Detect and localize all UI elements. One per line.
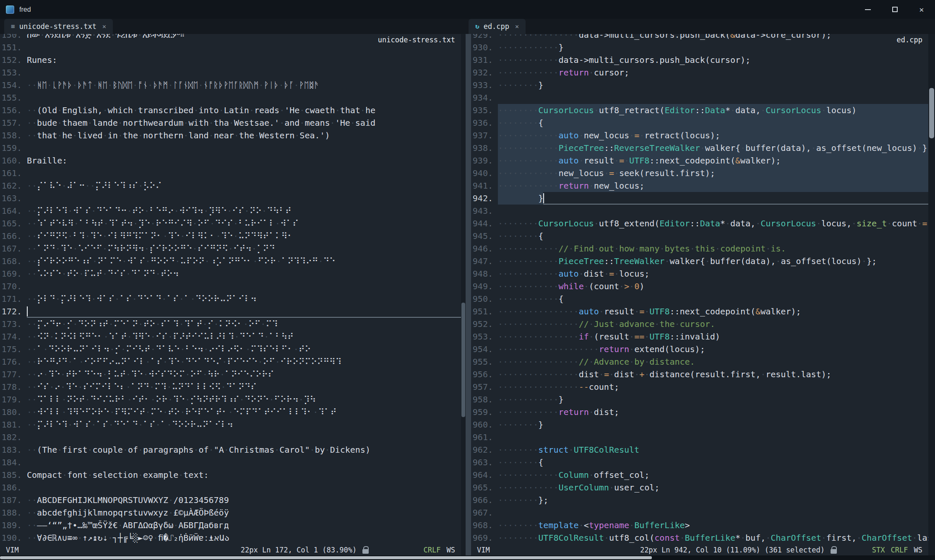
tab-close-icon[interactable]: ✕ [515,23,519,30]
line-text[interactable]: ··⠔·⠹⠑·⠞⠗⠁⠙⠑⠲·⡃⠥⠞·⠹⠑·⠺⠊⠎⠙⠕⠍·⠕⠋·⠳⠗·⠁⠝⠊⠑⠌⠕… [27,368,461,381]
line-text[interactable]: ············auto·new_locus·=·retract(loc… [498,129,928,142]
tab-ed-cpp[interactable]: ↻ ed.cpp ✕ [469,19,526,34]
line-text[interactable]: ········} [498,79,928,91]
line-text[interactable]: Compact·font·selection·example·text: [27,469,461,481]
line-text[interactable]: ··⡕⠇⠙·⡍⠜⠇⠑⠹·⠺⠁⠎·⠁⠎·⠙⠑⠁⠙·⠁⠎·⠁·⠙⠕⠕⠗⠤⠝⠁⠊⠇⠲ [27,293,461,305]
editor-line: 952.················//·Just·advance·the·… [471,318,928,330]
line-text[interactable]: ············} [498,41,928,54]
horizontal-scrollbar[interactable] [0,555,935,560]
tab-close-icon[interactable]: ✕ [102,23,106,30]
line-text[interactable]: ············return·new_locus; [498,179,928,192]
line-text[interactable]: ··⠩⠁⠇⠇·⠝⠕⠞·⠙⠊⠌⠥⠗⠃·⠊⠞⠂·⠕⠗·⠹⠑·⡊⠳⠝⠞⠗⠹⠰⠎·⠙⠕⠝… [27,393,461,406]
line-text[interactable]: ··⠡⠕⠎⠑·⠞⠕·⠏⠥⠞·⠙⠊⠎·⠙⠁⠝⠙·⠞⠕⠲ [27,267,461,280]
right-vertical-scrollbar[interactable] [928,34,935,555]
line-text[interactable]: ············PieceTree::ReverseTreeWalker… [498,142,928,154]
line-text[interactable]: ················//·Advance·by·distance. [498,355,928,368]
line-text[interactable]: ··⠁·⠙⠕⠕⠗⠤⠝⠁⠊⠇⠲·⡊·⠍⠊⠣⠞·⠙⠁⠧⠑·⠃⠑⠲·⠔⠊⠇⠔⠫⠂·⠍⠹… [27,343,461,355]
line-text[interactable]: ··(The·first·couple·of·paragraphs·of·"A·… [27,443,461,456]
line-text[interactable] [27,305,461,318]
line-text[interactable]: ················//·Just·advance·the·curs… [498,318,928,330]
line-text[interactable]: ··(Old·English,·which·transcribed·into·L… [27,104,461,117]
line-text[interactable]: ··⠎⠊⠛⠝⠫·⠃⠹·⠹⠑·⠊⠇⠻⠛⠹⠍⠁⠝⠂·⠹⠑·⠊⠇⠻⠅⠂·⠹⠑·⠥⠝⠙⠻… [27,230,461,242]
line-text[interactable]: ··⠱⠁⠞⠑⠧⠻·⠁⠃⠳⠞·⠹⠁⠞⠲·⡹⠑·⠗⠑⠛⠊⠌⠻·⠕⠋·⠙⠊⠎·⠃⠥⠗⠊… [27,217,461,230]
line-text[interactable] [498,205,928,217]
tab-unicode-stress-txt[interactable]: ≡ unicode-stress.txt ✕ [4,19,113,34]
line-text[interactable]: ············auto·dist·=·locus; [498,267,928,280]
line-text[interactable] [27,456,461,469]
line-text[interactable]: ··⠊⠎·⠔·⠹⠑·⠎⠊⠍⠊⠇⠑⠆·⠁⠝⠙·⠍⠹·⠥⠝⠙⠁⠇⠇⠪⠫·⠙⠁⠝⠙⠎ [27,381,461,393]
line-text[interactable]: ········} [498,192,928,205]
line-text[interactable]: ············return·dist; [498,406,928,418]
line-text[interactable]: ··⠺⠊⠇⠇·⠹⠻⠑⠋⠕⠗⠑·⠏⠻⠍⠊⠞·⠍⠑·⠞⠕·⠗⠑⠏⠑⠁⠞⠂·⠑⠍⠏⠙⠁… [27,406,461,418]
left-editor-content[interactable]: 150.ሰው·እንደቤቱ·እንጅ·እንደ·ጉረቤቱ·አይተዳደርም።151.15… [0,34,461,545]
line-text[interactable]: ············PieceTree::TreeWalker·walker… [498,255,928,267]
right-editor-content[interactable]: 929.················data->multi_cursors.… [471,34,928,545]
editor-line: 939.············auto·result·=·UTF8::next… [471,154,928,167]
line-text[interactable]: ············{ [498,293,928,305]
line-text[interactable]: ··bude·thaem·lande·northweardum·with·tha… [27,117,461,129]
line-text[interactable]: ··⡍⠔⠙⠖·⡊·⠙⠕⠝⠰⠞·⠍⠑⠁⠝·⠞⠕·⠎⠁⠹·⠹⠁⠞·⡊·⠅⠝⠪⠂·⠕⠋… [27,318,461,330]
line-text[interactable]: ··⠪⠝·⠅⠝⠪⠇⠫⠛⠑⠂·⠱⠁⠞·⠹⠻⠑·⠊⠎·⠏⠜⠞⠊⠊⠥⠇⠜⠇⠹·⠙⠑⠁⠙… [27,330,461,343]
maximize-button[interactable] [881,0,908,19]
line-text[interactable] [498,431,928,443]
lock-icon[interactable] [362,549,369,554]
pane-divider[interactable] [461,34,471,555]
line-text[interactable]: ············new_locus·=·seek(result.firs… [498,167,928,179]
line-text[interactable]: ········} [498,418,928,431]
right-vertical-scrollbar-thumb[interactable] [929,88,934,138]
line-text[interactable]: ··⠗⠑⠛⠜⠙·⠁·⠊⠕⠋⠋⠔⠤⠝⠁⠊⠇·⠁⠎·⠹⠑·⠙⠑⠁⠙⠑⠌·⠏⠊⠑⠊⠑·… [27,355,461,368]
line-text[interactable]: ················data->multi_cursors.push… [498,34,928,41]
line-text[interactable]: ··⡍⠜⠇⠑⠹·⠺⠁⠎·⠙⠑⠁⠙⠒·⠞⠕·⠃⠑⠛⠔·⠺⠊⠹⠲·⡹⠻⠑·⠊⠎·⠝⠕… [27,205,461,217]
line-text[interactable]: ················auto·result·=·UTF8::next… [498,305,928,318]
line-text[interactable]: ················--count; [498,381,928,393]
line-text[interactable]: ········{ [498,117,928,129]
line-text[interactable]: ········{ [498,456,928,469]
line-text[interactable]: ········struct·UTF8ColResult [498,443,928,456]
line-text[interactable]: ··⡌⠁⠧⠑·⠼⠁⠒··⡍⠜⠇⠑⠹⠰⠎·⡣⠕⠌ [27,179,461,192]
line-text[interactable] [27,280,461,293]
line-text[interactable] [498,506,928,519]
line-text[interactable]: ············} [498,393,928,406]
line-text[interactable]: ··–—‘“”„†•…‰™œŠŸž€·ΑΒΓΔΩαβγδω·АБВГДабвгд [27,519,461,531]
lock-icon[interactable] [831,549,837,554]
line-text[interactable]: ············while·(count·>·0) [498,280,928,293]
line-text[interactable] [27,481,461,494]
line-text[interactable]: ············Column·offset_col; [498,469,928,481]
line-text[interactable] [498,91,928,104]
line-text[interactable]: ············auto·result·=·UTF8::next_cod… [498,154,928,167]
line-text[interactable]: ··⡍⠜⠇⠑⠹·⠺⠁⠎·⠁⠎·⠙⠑⠁⠙·⠁⠎·⠁·⠙⠕⠕⠗⠤⠝⠁⠊⠇⠲ [27,418,461,431]
line-text[interactable]: ············UserColumn·user_col; [498,481,928,494]
line-text[interactable]: ··that·he·lived·in·the·northern·land·nea… [27,129,461,142]
line-text[interactable]: ········UTF8ColResult·utf8_col(const·Buf… [498,531,928,544]
line-text[interactable]: ··⡎⠊⠗⠕⠕⠛⠑⠰⠎·⠝⠁⠍⠑·⠺⠁⠎·⠛⠕⠕⠙·⠥⠏⠕⠝·⠰⡡⠁⠝⠛⠑⠂·⠋… [27,255,461,267]
minimize-button[interactable] [854,0,881,19]
line-text[interactable]: ············return·cursor; [498,66,928,79]
horizontal-scrollbar-thumb[interactable] [0,556,652,559]
line-text[interactable]: ········{ [498,230,928,242]
line-text[interactable]: ········CursorLocus·utf8_retract(Editor:… [498,104,928,117]
line-text[interactable]: ····················return·extend(locus)… [498,343,928,355]
line-text[interactable]: ··ABCDEFGHIJKLMNOPQRSTUVWXYZ·/0123456789 [27,494,461,506]
left-vertical-scrollbar-thumb[interactable] [461,303,465,417]
line-text[interactable]: ········CursorLocus·utf8_extend(Editor::… [498,217,928,230]
line-text[interactable]: ················dist·=·dist·+·distance(r… [498,368,928,381]
line-text[interactable] [27,431,461,443]
line-text[interactable]: ··abcdefghijklmnopqrstuvwxyz·£©µÀÆÖÞßéöÿ [27,506,461,519]
line-text[interactable]: ············//·Find·out·how·many·bytes·t… [498,242,928,255]
editor-line: 157.··bude·thaem·lande·northweardum·with… [0,117,461,129]
line-text[interactable]: ··ᚻᛖ·ᚳᚹᚫᚦ·ᚦᚫᛏ·ᚻᛖ·ᛒᚢᛞᛖ·ᚩᚾ·ᚦᚫᛗ·ᛚᚪᚾᛞᛖ·ᚾᚩᚱᚦᚹ… [27,79,461,91]
line-text[interactable]: Braille: [27,154,461,167]
line-text[interactable]: ··∀∂∈ℝ∧∪≡∞·↑↗↨↻⇣·┐┼╔╘░►☺♀·ﬁ�⑀₂ἠḂӥẄɐː⍎אԱა [27,531,461,544]
line-text[interactable]: Runes: [27,54,461,66]
line-text[interactable] [27,91,461,104]
line-text[interactable]: ············data->multi_cursors.push_bac… [498,54,928,66]
line-text[interactable]: ········}; [498,494,928,506]
close-button[interactable]: ✕ [908,0,935,19]
line-text[interactable]: ··⠁⠝⠙·⠹⠑·⠡⠊⠑⠋·⠍⠳⠗⠝⠻⠲·⡎⠊⠗⠕⠕⠛⠑·⠎⠊⠛⠝⠫·⠊⠞⠲·⡁… [27,242,461,255]
line-text[interactable]: ················if·(result·==·UTF8::inva… [498,330,928,343]
line-text[interactable] [27,192,461,205]
line-text[interactable]: ········template·<typename·BufferLike> [498,519,928,531]
line-text[interactable] [27,66,461,79]
line-text[interactable] [27,167,461,179]
line-text[interactable] [27,142,461,154]
